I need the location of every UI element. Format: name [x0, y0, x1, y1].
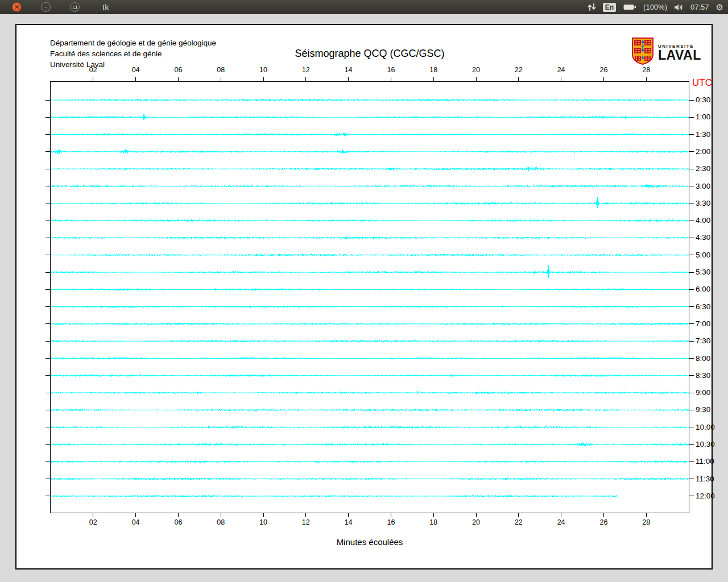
- y-tick-left: [46, 289, 50, 290]
- x-tick-label-bottom: 16: [382, 518, 399, 526]
- utc-tick-label: 2:30: [696, 164, 710, 173]
- x-tick-bottom: [93, 513, 93, 517]
- top-panel: ✕ − tk En (100%) 07:57 ⚙: [0, 0, 728, 14]
- utc-tick-label: 8:00: [696, 354, 710, 363]
- x-tick-label-bottom: 10: [255, 518, 272, 526]
- x-tick-top: [603, 77, 604, 81]
- y-tick-right: [689, 255, 694, 255]
- y-tick-left: [46, 410, 50, 410]
- x-tick-bottom: [646, 513, 647, 517]
- maximize-icon: [73, 6, 77, 9]
- minimize-button[interactable]: −: [41, 2, 51, 12]
- y-tick-left: [46, 169, 50, 169]
- page-title: Séismographe QCQ (CGC/GSC): [16, 48, 723, 60]
- window-title: tk: [102, 2, 109, 12]
- y-tick-right: [689, 203, 694, 203]
- x-tick-label-bottom: 06: [169, 518, 187, 526]
- x-tick-top: [433, 77, 434, 81]
- x-tick-top: [348, 77, 349, 81]
- x-tick-label-bottom: 18: [425, 518, 442, 526]
- y-tick-left: [46, 341, 50, 342]
- utc-tick-label: 10:30: [696, 440, 715, 449]
- close-button[interactable]: ✕: [12, 2, 22, 12]
- y-tick-right: [689, 151, 694, 152]
- x-tick-top: [646, 77, 647, 81]
- utc-tick-label: 1:00: [696, 113, 710, 122]
- x-tick-label-top: 20: [468, 66, 485, 74]
- utc-tick-label: 1:30: [696, 130, 710, 139]
- x-tick-label-top: 22: [510, 66, 527, 74]
- clock-label[interactable]: 07:57: [690, 3, 709, 11]
- y-tick-right: [689, 289, 694, 290]
- utc-tick-label: 3:00: [696, 182, 710, 191]
- y-tick-right: [689, 323, 694, 324]
- logo-laval-text: LAVAL: [658, 49, 701, 61]
- utc-tick-label: 0:30: [696, 95, 710, 105]
- x-tick-top: [178, 77, 179, 81]
- y-tick-right: [689, 169, 694, 169]
- utc-tick-label: 5:30: [696, 268, 710, 277]
- y-tick-right: [689, 272, 694, 273]
- y-tick-right: [689, 341, 694, 342]
- seismogram-traces-canvas: [51, 82, 689, 513]
- y-tick-left: [46, 496, 50, 496]
- maximize-button[interactable]: [70, 2, 80, 12]
- utc-tick-label: 11:30: [696, 475, 714, 484]
- laval-shield-icon: [631, 38, 654, 67]
- keyboard-layout-indicator[interactable]: En: [603, 3, 616, 12]
- battery-icon[interactable]: [623, 3, 636, 11]
- x-tick-bottom: [433, 513, 434, 517]
- y-tick-left: [46, 255, 50, 255]
- utc-tick-label: 3:30: [696, 199, 710, 208]
- x-tick-top: [391, 77, 391, 81]
- utc-tick-label: 5:00: [696, 251, 710, 260]
- y-tick-left: [46, 221, 50, 221]
- x-tick-top: [518, 77, 519, 81]
- battery-percent-label: (100%): [643, 3, 667, 11]
- session-gear-icon[interactable]: ⚙: [716, 2, 723, 13]
- y-tick-right: [689, 427, 694, 427]
- y-tick-right: [689, 186, 694, 186]
- y-tick-left: [46, 479, 50, 479]
- utc-tick-label: 4:30: [696, 233, 710, 242]
- x-tick-label-bottom: 22: [510, 518, 527, 526]
- volume-icon[interactable]: [674, 3, 684, 11]
- x-tick-top: [93, 77, 93, 81]
- y-tick-right: [689, 117, 694, 118]
- network-arrows-icon[interactable]: [588, 3, 596, 11]
- y-tick-right: [689, 496, 694, 496]
- y-tick-left: [46, 134, 50, 135]
- x-tick-label-top: 14: [340, 66, 357, 74]
- x-tick-top: [221, 77, 221, 81]
- x-tick-label-top: 08: [212, 66, 229, 74]
- x-tick-label-bottom: 14: [340, 518, 357, 526]
- x-tick-label-top: 04: [127, 66, 144, 74]
- y-tick-left: [46, 151, 50, 152]
- x-tick-top: [305, 77, 306, 81]
- y-tick-left: [46, 272, 50, 273]
- x-tick-label-bottom: 26: [595, 518, 612, 526]
- y-tick-left: [46, 444, 50, 445]
- utc-tick-label: 7:00: [696, 319, 710, 329]
- y-tick-right: [689, 410, 694, 410]
- x-tick-label-top: 10: [255, 66, 272, 74]
- x-tick-label-bottom: 08: [212, 518, 229, 526]
- y-tick-right: [689, 134, 694, 135]
- x-tick-bottom: [476, 513, 477, 517]
- x-tick-label-top: 18: [425, 66, 442, 74]
- seismograph-window: Département de géologie et de génie géol…: [15, 24, 713, 569]
- x-tick-bottom: [221, 513, 221, 517]
- x-tick-top: [135, 77, 136, 81]
- x-tick-top: [476, 77, 477, 81]
- x-tick-bottom: [348, 513, 349, 517]
- utc-tick-label: 9:00: [696, 388, 710, 397]
- utc-tick-label: 2:00: [696, 147, 710, 156]
- x-tick-label-bottom: 20: [468, 518, 485, 526]
- utc-tick-label: 8:30: [696, 371, 710, 380]
- y-tick-left: [46, 427, 50, 427]
- x-tick-top: [263, 77, 264, 81]
- x-tick-label-top: 28: [638, 66, 655, 74]
- y-tick-left: [46, 186, 50, 186]
- utc-tick-label: 7:30: [696, 336, 710, 346]
- x-tick-label-bottom: 12: [297, 518, 315, 526]
